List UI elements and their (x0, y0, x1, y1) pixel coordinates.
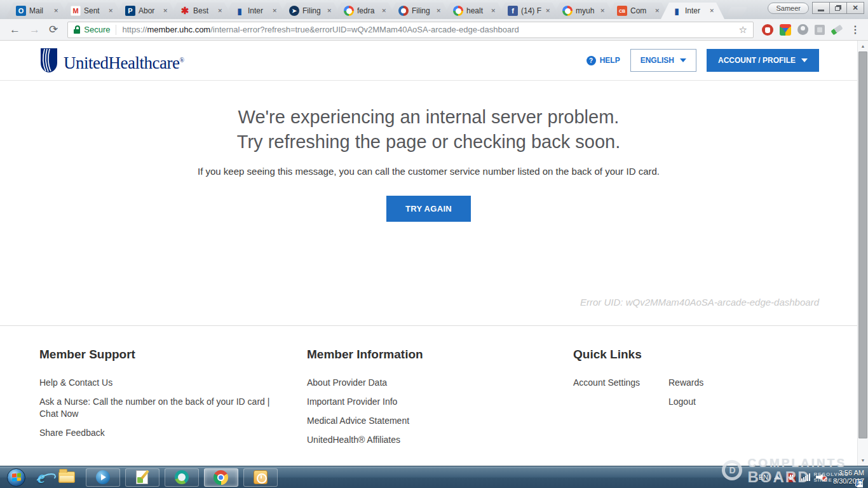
scroll-down-icon[interactable]: ▼ (858, 455, 868, 466)
forward-button[interactable]: → (29, 24, 40, 36)
taskbar-chrome[interactable] (204, 468, 238, 487)
bookmark-star-icon[interactable]: ☆ (739, 24, 747, 36)
footer-link-ask-a-nurse[interactable]: Ask a Nurse: Call the number on the back… (39, 396, 282, 420)
language-dropdown[interactable]: ENGLISH (630, 49, 696, 72)
tab-myuh[interactable]: myuh ✕ (552, 3, 615, 19)
minimize-icon (818, 10, 824, 11)
footer-link-rewards[interactable]: Rewards (668, 377, 703, 389)
tab-close-icon[interactable]: ✕ (216, 6, 224, 15)
back-button[interactable]: ← (10, 24, 20, 36)
pocket-extension-icon[interactable] (797, 24, 808, 35)
tab-title: myuh (576, 6, 596, 15)
language-indicator[interactable]: EN (759, 473, 768, 481)
scroll-up-icon[interactable]: ▲ (858, 41, 868, 51)
hidden-icons-arrow[interactable] (774, 475, 780, 479)
tab-close-icon[interactable]: ✕ (325, 6, 333, 15)
tab-close-icon[interactable]: ✕ (380, 6, 388, 15)
error-note: If you keep seeing this message, you can… (0, 166, 857, 177)
gmail-icon (71, 6, 81, 16)
secure-label[interactable]: Secure (84, 25, 110, 34)
taskbar-explorer[interactable] (58, 471, 75, 483)
footer-link-important-provider-info[interactable]: Important Provider Info (307, 396, 573, 408)
restore-button[interactable] (829, 2, 847, 14)
swirl-icon (398, 6, 409, 16)
page-scrollbar[interactable]: ▲ ▼ (857, 41, 868, 466)
tray-plug-icon[interactable] (786, 473, 796, 482)
taskbar-internet-explorer[interactable]: e (37, 469, 45, 486)
hand-icon (762, 24, 773, 36)
media-player-icon (96, 470, 110, 484)
tab-inter-active[interactable]: Inter ✕ (661, 3, 724, 19)
tab-close-icon[interactable]: ✕ (599, 6, 606, 15)
blue-i-icon (234, 6, 245, 16)
uhc-shield-icon (39, 48, 58, 73)
square-icon (815, 25, 825, 35)
gray-extension-icon[interactable] (815, 25, 825, 35)
tab-facebook[interactable]: (14) F ✕ (497, 3, 560, 19)
scrollbar-thumb[interactable] (858, 51, 867, 438)
try-again-button[interactable]: TRY AGAIN (386, 196, 471, 222)
tab-filing-1[interactable]: Filing ✕ (278, 3, 342, 19)
tab-healt[interactable]: healt ✕ (442, 3, 506, 19)
secure-lock-icon[interactable] (74, 25, 80, 34)
tab-strip: Mail ✕ Sent ✕ Abor ✕ Best ✕ Inter ✕ Fili… (0, 0, 745, 19)
footer-link-share-feedback[interactable]: Share Feedback (39, 427, 282, 439)
footer-link-logout[interactable]: Logout (668, 396, 703, 408)
tab-title: Best (193, 6, 214, 15)
taskbar-swirl-app[interactable] (165, 468, 199, 487)
volume-muted-icon[interactable] (816, 473, 827, 482)
tab-abor[interactable]: Abor ✕ (114, 3, 178, 19)
footer-link-about-provider-data[interactable]: About Provider Data (307, 377, 573, 389)
new-tab-button[interactable] (726, 7, 748, 17)
tab-close-icon[interactable]: ✕ (107, 6, 114, 15)
uhc-logo[interactable]: UnitedHealthcare® (39, 48, 184, 73)
tab-mail[interactable]: Mail ✕ (5, 3, 69, 19)
taskbar-media-player[interactable] (86, 468, 120, 487)
tab-close-icon[interactable]: ✕ (544, 6, 552, 15)
adblock-extension-icon[interactable] (762, 24, 773, 36)
tab-filing-2[interactable]: Filing ✕ (388, 3, 451, 19)
network-signal-icon[interactable] (801, 473, 810, 481)
tab-sent[interactable]: Sent ✕ (60, 3, 123, 19)
minimize-button[interactable] (812, 2, 830, 14)
tab-inter-1[interactable]: Inter ✕ (224, 3, 287, 19)
start-button[interactable] (7, 468, 25, 487)
close-button[interactable]: ✕ (846, 2, 864, 14)
footer-link-unitedhealth-affiliates[interactable]: UnitedHealth® Affiliates (307, 434, 573, 446)
reload-button[interactable]: ⟳ (49, 23, 58, 36)
tab-close-icon[interactable]: ✕ (489, 6, 497, 15)
chrome-profile-name[interactable]: Sameer (768, 3, 809, 14)
facebook-icon (508, 6, 518, 16)
account-profile-button[interactable]: ACCOUNT / PROFILE (707, 49, 819, 72)
tab-title: Mail (29, 6, 50, 15)
tab-best[interactable]: Best ✕ (169, 3, 233, 19)
mute-badge-icon (822, 476, 827, 482)
address-bar[interactable]: Secure https://member.uhc.com/internal-e… (67, 22, 754, 38)
language-label: ENGLISH (641, 56, 674, 65)
tab-title: Sent (84, 6, 104, 15)
tab-close-icon[interactable]: ✕ (708, 6, 715, 15)
tab-close-icon[interactable]: ✕ (435, 6, 442, 15)
tab-close-icon[interactable]: ✕ (52, 6, 60, 15)
tray-clock[interactable]: 3:56 AM 8/30/2017 (833, 469, 864, 485)
tab-com[interactable]: Com ✕ (606, 3, 670, 19)
footer-link-help-contact[interactable]: Help & Contact Us (39, 377, 282, 389)
flashlight-icon (831, 24, 843, 35)
download-extension-icon[interactable] (780, 24, 791, 36)
flashlight-extension-icon[interactable] (831, 27, 843, 32)
url-domain: member.uhc.com (147, 25, 210, 34)
tab-fedra[interactable]: fedra ✕ (333, 3, 397, 19)
tab-close-icon[interactable]: ✕ (271, 6, 278, 15)
footer-link-account-settings[interactable]: Account Settings (573, 377, 668, 389)
tab-close-icon[interactable]: ✕ (161, 6, 169, 15)
help-link[interactable]: ? HELP (587, 56, 620, 65)
footer-link-medical-advice[interactable]: Medical Advice Statement (307, 415, 573, 427)
taskbar-outlook[interactable] (243, 468, 278, 487)
chrome-menu-icon[interactable]: ⋮ (850, 24, 860, 36)
url-text[interactable]: https://member.uhc.com/internal-error?re… (122, 25, 735, 34)
pocket-icon (797, 24, 808, 35)
tab-close-icon[interactable]: ✕ (653, 6, 661, 15)
taskbar-notepad-plus[interactable] (125, 468, 159, 487)
tab-title: Inter (248, 6, 268, 15)
notepad-icon (136, 470, 148, 484)
